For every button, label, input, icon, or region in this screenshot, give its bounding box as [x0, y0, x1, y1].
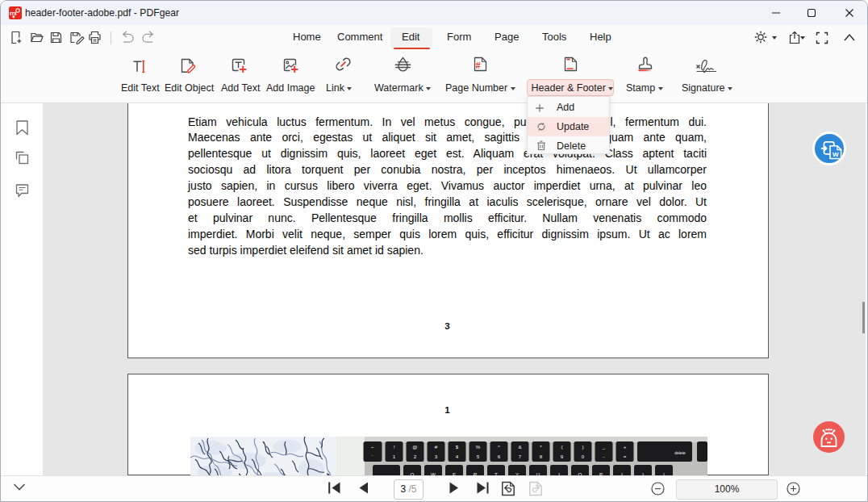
svg-text:%: %: [476, 444, 481, 450]
svg-text:#: #: [435, 444, 438, 450]
svg-text:1: 1: [393, 454, 396, 459]
svg-text:^: ^: [498, 444, 500, 450]
svg-text:$: $: [456, 444, 459, 450]
svg-text:#: #: [475, 61, 480, 70]
svg-text:+: +: [624, 444, 627, 450]
svg-text:_: _: [602, 444, 606, 450]
svg-text:5: 5: [477, 454, 480, 459]
svg-text:W: W: [833, 151, 839, 158]
svg-text:=: =: [624, 454, 627, 459]
svg-text:delete: delete: [674, 450, 686, 455]
svg-text:6: 6: [498, 454, 501, 459]
svg-text:-: -: [603, 454, 604, 459]
svg-text:~: ~: [371, 444, 374, 450]
svg-text:3: 3: [435, 454, 438, 459]
svg-text:): ): [582, 444, 583, 450]
svg-text:9: 9: [561, 454, 564, 459]
svg-text:`: `: [371, 454, 373, 459]
svg-text:@: @: [412, 444, 417, 450]
svg-text:0: 0: [582, 454, 585, 459]
svg-text:!: !: [394, 444, 395, 450]
svg-text:4: 4: [456, 454, 459, 459]
svg-text:2: 2: [414, 454, 417, 459]
svg-text:8: 8: [540, 454, 543, 459]
svg-text:rrr: rrr: [10, 10, 16, 16]
svg-text:7: 7: [519, 454, 522, 459]
